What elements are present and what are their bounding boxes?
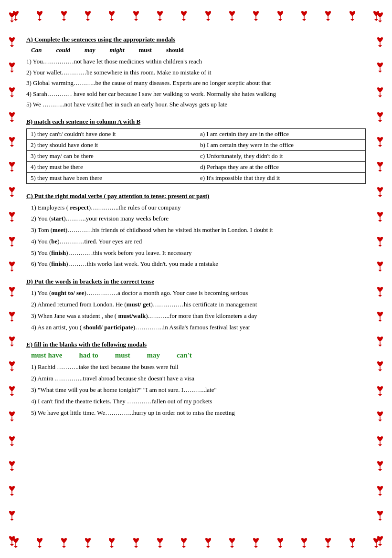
col-b-b: b) I am certain they were in the office: [196, 139, 366, 150]
sentence-d4: 4) As an artist, you ( should/ participa…: [31, 323, 366, 333]
sentence-a5: 5) We ………..not have visited her in such …: [26, 100, 366, 109]
section-c-sentences: 1) Employers ( respect)…………..the rules o…: [26, 203, 366, 270]
svg-marker-51: [230, 546, 234, 548]
sentence-d2: 2) Ahmed returned from London. He (must/…: [31, 300, 366, 310]
svg-marker-23: [278, 19, 282, 21]
bottom-border: [0, 527, 392, 558]
svg-marker-25: [302, 19, 306, 21]
svg-marker-113: [378, 71, 382, 73]
col-b-d: d) Perhaps they are at the office: [196, 161, 366, 172]
section-a-modals: Can could may might must should: [26, 46, 366, 54]
sentence-e5: 5) We have got little time. We…………..hurr…: [31, 408, 366, 418]
sentence-a1: 1) You……………not have let those medicines …: [26, 57, 366, 66]
svg-marker-145: [378, 469, 382, 471]
svg-marker-53: [254, 546, 258, 548]
svg-marker-131: [378, 295, 382, 297]
svg-marker-35: [38, 546, 42, 548]
sentence-a2: 2) Your wallet…………be somewhere in this r…: [26, 68, 366, 77]
svg-marker-43: [134, 546, 138, 548]
sentence-c6: 6) You (finish)………this works last week. …: [31, 259, 366, 269]
svg-marker-115: [378, 95, 382, 97]
svg-marker-75: [10, 145, 14, 147]
modal-must: must: [139, 46, 152, 54]
svg-marker-111: [378, 45, 382, 47]
sentence-a4: 4) Sarah………… have sold her car because I…: [26, 89, 366, 99]
match-table: 1) they can't/ couldn't have done it a) …: [26, 128, 366, 184]
table-row: 1) they can't/ couldn't have done it a) …: [27, 128, 366, 139]
sentence-d1: 1) You (ought to/ see)……………a doctor a mo…: [31, 288, 366, 298]
col-a-4: 4) they must be there: [27, 161, 196, 172]
svg-marker-129: [378, 270, 382, 272]
svg-marker-149: [378, 519, 382, 521]
svg-marker-123: [378, 195, 382, 197]
svg-marker-105: [10, 519, 14, 521]
svg-marker-119: [378, 145, 382, 147]
col-a-5: 5) they must have been there: [27, 172, 196, 183]
svg-marker-45: [158, 546, 162, 548]
sentence-c2: 2) You (start)……….your revision many wee…: [31, 214, 366, 224]
sentence-d3: 3) When Jane was a student , she ( must/…: [31, 311, 366, 321]
svg-marker-83: [10, 245, 14, 247]
svg-marker-13: [158, 19, 162, 21]
sentence-c1: 1) Employers ( respect)…………..the rules o…: [31, 203, 366, 213]
section-e-modals-row: must have had to must may can't: [26, 351, 366, 359]
svg-marker-143: [378, 444, 382, 446]
svg-marker-11: [134, 19, 138, 21]
svg-marker-79: [10, 195, 14, 197]
svg-marker-91: [10, 345, 14, 347]
svg-marker-135: [378, 345, 382, 347]
svg-marker-15: [182, 19, 186, 21]
svg-marker-73: [10, 120, 14, 122]
svg-marker-29: [350, 19, 354, 21]
section-a-sentences: 1) You……………not have let those medicines …: [26, 57, 366, 109]
section-b: B) match each sentence in column A with …: [26, 118, 366, 184]
modal-could: could: [56, 46, 70, 54]
svg-marker-3: [38, 19, 42, 21]
svg-marker-69: [10, 71, 14, 73]
section-d-title: D) Put the words in brackets in the corr…: [26, 278, 366, 285]
modal-e-cant: can't: [177, 351, 192, 359]
col-a-1: 1) they can't/ couldn't have done it: [27, 128, 196, 139]
svg-marker-59: [326, 546, 330, 548]
svg-marker-95: [10, 394, 14, 396]
svg-marker-77: [10, 170, 14, 172]
modal-e-may: may: [147, 351, 160, 359]
svg-marker-87: [10, 295, 14, 297]
svg-marker-17: [206, 19, 210, 21]
modal-might: might: [109, 46, 124, 54]
svg-marker-7: [86, 19, 90, 21]
svg-marker-151: [378, 544, 382, 546]
svg-marker-117: [378, 120, 382, 122]
section-d: D) Put the words in brackets in the corr…: [26, 278, 366, 332]
svg-marker-139: [378, 394, 382, 396]
section-d-sentences: 1) You (ought to/ see)……………a doctor a mo…: [26, 288, 366, 332]
svg-marker-85: [10, 270, 14, 272]
sentence-e1: 1) Rachid ………..take the taxi because the…: [31, 362, 366, 372]
svg-marker-55: [278, 546, 282, 548]
table-row: 2) they should have done it b) I am cert…: [27, 139, 366, 150]
svg-marker-21: [254, 19, 258, 21]
section-c-title: C) Put the right modal verbs ( pay atten…: [26, 192, 366, 200]
svg-marker-61: [350, 546, 354, 548]
col-a-2: 2) they should have done it: [27, 139, 196, 150]
svg-marker-141: [378, 420, 382, 421]
sentence-a3: 3) Global warming………..be the cause of ma…: [26, 78, 366, 88]
sentence-e3: 3) "What time will you be at home tonigh…: [31, 385, 366, 395]
svg-marker-133: [378, 320, 382, 322]
left-border: [0, 0, 24, 558]
col-b-a: a) I am certain they are in the office: [196, 128, 366, 139]
section-a: A) Complete the sentences using the appr…: [26, 36, 366, 109]
modal-can: Can: [31, 46, 42, 54]
modal-e-had-to: had to: [79, 351, 98, 359]
svg-marker-107: [10, 544, 14, 546]
svg-marker-137: [378, 369, 382, 371]
svg-marker-19: [230, 19, 234, 21]
section-c: C) Put the right modal verbs ( pay atten…: [26, 192, 366, 270]
right-border: [368, 0, 392, 558]
table-row: 3) they may/ can be there c) Unfortunate…: [27, 150, 366, 161]
section-e: E) fill in the blanks with the following…: [26, 341, 366, 418]
section-a-title: A) Complete the sentences using the appr…: [26, 36, 366, 43]
svg-marker-71: [10, 95, 14, 97]
svg-marker-5: [62, 19, 66, 21]
svg-marker-97: [10, 420, 14, 421]
